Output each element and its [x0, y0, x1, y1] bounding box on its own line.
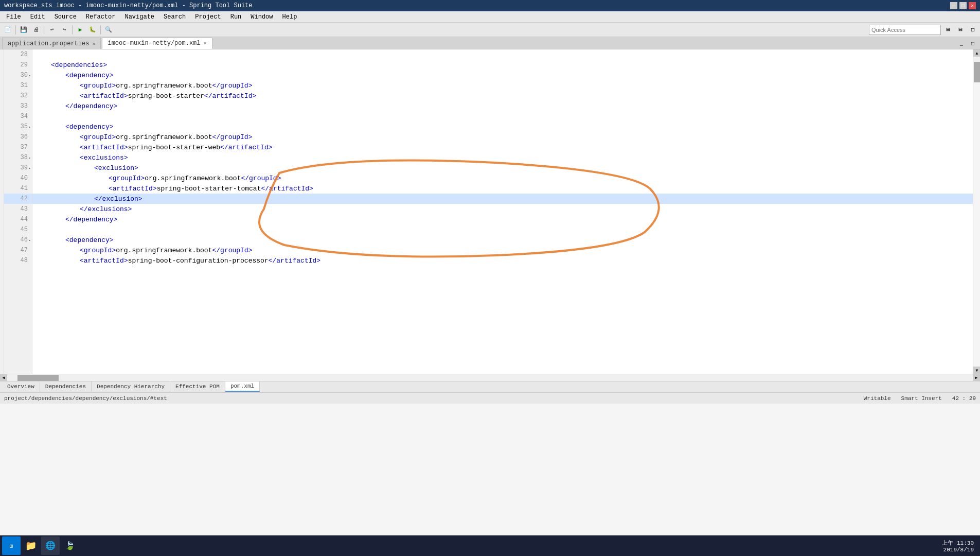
scroll-thumb[interactable]: [974, 62, 980, 82]
h-scroll-track: [7, 374, 973, 381]
code-line-41: <artifactId>spring-boot-starter-tomcat</…: [32, 183, 973, 194]
line-number-48: 48: [4, 255, 32, 266]
line-number-29: 29: [4, 60, 32, 70]
menu-source[interactable]: Source: [50, 12, 81, 22]
code-line-39: <exclusion>: [32, 163, 973, 173]
line-number-39: 39: [4, 163, 32, 173]
minimize-btn[interactable]: —: [950, 2, 957, 9]
editor-area: 2829303132333435363738394041424344454647…: [0, 49, 980, 374]
menu-edit[interactable]: Edit: [26, 12, 49, 22]
tab-close-pom[interactable]: ✕: [204, 40, 207, 46]
scroll-up-btn[interactable]: ▲: [973, 49, 980, 57]
title-text: workspace_sts_imooc - imooc-muxin-netty/…: [4, 2, 252, 9]
taskbar-sts[interactable]: 🍃: [61, 536, 79, 555]
line-number-28: 28: [4, 49, 32, 60]
menu-run[interactable]: Run: [226, 12, 246, 22]
tab-close-app-props[interactable]: ✕: [92, 41, 95, 47]
code-line-30: <dependency>: [32, 70, 973, 80]
bottom-tab-dep-hierarchy[interactable]: Dependency Hierarchy: [92, 381, 170, 392]
code-line-31: <groupId>org.springframework.boot</group…: [32, 80, 973, 91]
save-btn[interactable]: 💾: [18, 24, 29, 36]
bottom-tab-overview[interactable]: Overview: [2, 381, 40, 392]
line-number-42: 42: [4, 194, 32, 204]
left-margin: [0, 49, 4, 374]
line-number-31: 31: [4, 80, 32, 91]
line-numbers: 2829303132333435363738394041424344454647…: [4, 49, 32, 374]
sep4: [100, 25, 101, 34]
line-number-34: 34: [4, 111, 32, 121]
menu-project[interactable]: Project: [191, 12, 225, 22]
line-number-44: 44: [4, 214, 32, 224]
line-number-30: 30: [4, 70, 32, 80]
menu-file[interactable]: File: [2, 12, 25, 22]
run-btn[interactable]: ▶: [75, 24, 86, 36]
maximize-btn[interactable]: □: [959, 2, 967, 9]
code-line-47: <groupId>org.springframework.boot</group…: [32, 245, 973, 255]
bottom-tab-effective-pom[interactable]: Effective POM: [170, 381, 225, 392]
taskbar-clock: 上午 11:30 2019/8/19: [938, 539, 978, 553]
start-btn[interactable]: ⊞: [2, 536, 21, 555]
code-line-28: [32, 49, 973, 60]
quick-access-box: ⊞ ⊟ ◻: [869, 25, 978, 35]
code-line-48: <artifactId>spring-boot-configuration-pr…: [32, 255, 973, 266]
h-scroll-thumb[interactable]: [17, 375, 59, 381]
view-btn[interactable]: ⊟: [955, 25, 966, 35]
code-line-34: [32, 111, 973, 121]
perspective-btn[interactable]: ⊞: [943, 25, 953, 35]
taskbar-explorer[interactable]: 📁: [22, 536, 40, 555]
undo-btn[interactable]: ↩: [46, 24, 58, 36]
close-btn[interactable]: ✕: [969, 2, 976, 9]
cursor-position: 42 : 29: [952, 395, 976, 402]
sep1: [15, 25, 16, 34]
tab-label-app-props: application.properties: [8, 40, 89, 47]
scroll-right-btn[interactable]: ▶: [973, 374, 980, 381]
code-line-38: <exclusions>: [32, 152, 973, 163]
line-number-40: 40: [4, 173, 32, 183]
taskbar-browser[interactable]: 🌐: [41, 536, 60, 555]
line-number-38: 38: [4, 152, 32, 163]
menu-window[interactable]: Window: [246, 12, 277, 22]
tab-bar: application.properties ✕ imooc-muxin-net…: [0, 37, 980, 49]
line-number-32: 32: [4, 91, 32, 101]
menu-help[interactable]: Help: [278, 12, 301, 22]
scroll-left-btn[interactable]: ◀: [0, 374, 7, 381]
search-icon-btn[interactable]: 🔍: [103, 24, 114, 36]
menu-search[interactable]: Search: [159, 12, 190, 22]
code-area[interactable]: <dependencies><dependency><groupId>org.s…: [32, 49, 973, 374]
minimize-view-btn[interactable]: ◻: [968, 25, 978, 35]
debug-btn[interactable]: 🐛: [87, 24, 98, 36]
line-number-47: 47: [4, 245, 32, 255]
line-number-45: 45: [4, 224, 32, 235]
bottom-tab-dependencies[interactable]: Dependencies: [40, 381, 92, 392]
status-bar: project/dependencies/dependency/exclusio…: [0, 392, 980, 404]
vertical-scrollbar[interactable]: ▲ ▼: [973, 49, 980, 374]
tab-application-properties[interactable]: application.properties ✕: [2, 38, 101, 49]
line-number-37: 37: [4, 142, 32, 152]
tab-pom-xml[interactable]: imooc-muxin-netty/pom.xml ✕: [102, 38, 212, 49]
horizontal-scrollbar[interactable]: ◀ ▶: [0, 374, 980, 381]
line-number-46: 46: [4, 235, 32, 245]
max-editor-btn[interactable]: □: [968, 39, 978, 49]
code-line-46: <dependency>: [32, 235, 973, 245]
print-btn[interactable]: 🖨: [30, 24, 42, 36]
writable-status: Writable: [864, 395, 891, 402]
new-btn[interactable]: 📄: [2, 24, 13, 36]
quick-access-input[interactable]: [869, 25, 941, 35]
bottom-tabs: Overview Dependencies Dependency Hierarc…: [0, 381, 980, 392]
toolbar: 📄 💾 🖨 ↩ ↪ ▶ 🐛 🔍 ⊞ ⊟ ◻: [0, 23, 980, 37]
bottom-tab-pom-xml[interactable]: pom.xml: [225, 381, 260, 392]
code-line-40: <groupId>org.springframework.boot</group…: [32, 173, 973, 183]
code-line-32: <artifactId>spring-boot-starter</artifac…: [32, 91, 973, 101]
menu-navigate[interactable]: Navigate: [120, 12, 158, 22]
line-number-41: 41: [4, 183, 32, 194]
code-line-45: [32, 224, 973, 235]
code-line-35: <dependency>: [32, 121, 973, 132]
scroll-down-btn[interactable]: ▼: [973, 367, 980, 374]
code-line-33: </dependency>: [32, 101, 973, 111]
menu-refactor[interactable]: Refactor: [82, 12, 120, 22]
code-line-29: <dependencies>: [32, 60, 973, 70]
code-line-37: <artifactId>spring-boot-starter-web</art…: [32, 142, 973, 152]
min-editor-btn[interactable]: _: [956, 39, 967, 49]
redo-btn[interactable]: ↪: [59, 24, 70, 36]
code-line-36: <groupId>org.springframework.boot</group…: [32, 132, 973, 142]
